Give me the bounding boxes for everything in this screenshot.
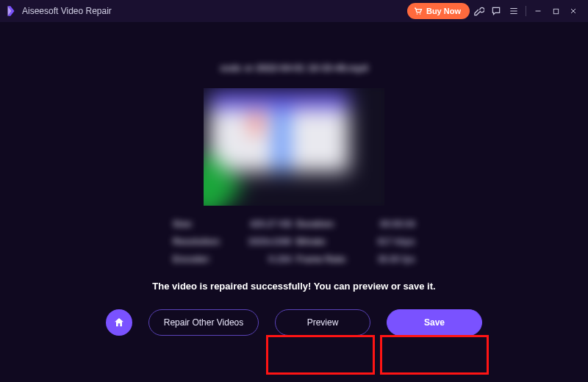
- preview-button[interactable]: Preview: [275, 309, 370, 336]
- video-thumbnail: [204, 88, 384, 206]
- title-bar: Aiseesoft Video Repair Buy Now: [0, 0, 588, 22]
- video-metadata: Size: 429.27 KB Duration: 00:00:04 Resol…: [173, 219, 415, 264]
- app-logo-icon: [4, 4, 18, 18]
- meta-duration-value: 00:00:04: [358, 219, 415, 229]
- svg-point-1: [420, 13, 421, 15]
- titlebar-separator: [526, 6, 526, 16]
- meta-encoder-label: Encoder:: [173, 254, 230, 264]
- meta-duration-label: Duration:: [296, 219, 354, 229]
- app-title: Aiseesoft Video Repair: [22, 6, 112, 16]
- meta-size-value: 429.27 KB: [234, 219, 292, 229]
- svg-rect-2: [553, 9, 558, 13]
- main-panel: xxdc xr 2022-04-01 10-33-49.mp4 Size: 42…: [0, 22, 588, 382]
- register-key-icon[interactable]: [470, 0, 487, 22]
- action-row: Repair Other Videos Preview Save: [106, 309, 482, 336]
- close-button[interactable]: [564, 0, 582, 22]
- file-name: xxdc xr 2022-04-01 10-33-49.mp4: [220, 62, 368, 73]
- minimize-button[interactable]: [529, 0, 547, 22]
- meta-resolution-label: Resolution:: [173, 237, 230, 247]
- maximize-button[interactable]: [547, 0, 564, 22]
- meta-bitrate-label: Bitrate:: [296, 237, 354, 247]
- meta-resolution-value: 1920x1080: [234, 237, 292, 247]
- menu-icon[interactable]: [505, 0, 523, 22]
- home-icon: [113, 317, 125, 328]
- highlight-save: [380, 335, 489, 375]
- repair-other-videos-button[interactable]: Repair Other Videos: [148, 309, 259, 336]
- meta-framerate-label: Frame Rate:: [296, 254, 354, 264]
- cart-icon: [413, 7, 423, 15]
- save-button[interactable]: Save: [387, 309, 482, 336]
- meta-encoder-value: H.264: [234, 254, 292, 264]
- highlight-preview: [266, 335, 375, 375]
- meta-framerate-value: 30.00 fps: [358, 254, 415, 264]
- status-message: The video is repaired successfully! You …: [152, 281, 435, 292]
- svg-point-0: [417, 13, 418, 15]
- home-button[interactable]: [106, 309, 132, 336]
- meta-bitrate-value: 817 kbps: [358, 237, 415, 247]
- buy-now-label: Buy Now: [426, 7, 461, 15]
- meta-size-label: Size:: [173, 219, 230, 229]
- buy-now-button[interactable]: Buy Now: [407, 3, 470, 19]
- feedback-icon[interactable]: [487, 0, 505, 22]
